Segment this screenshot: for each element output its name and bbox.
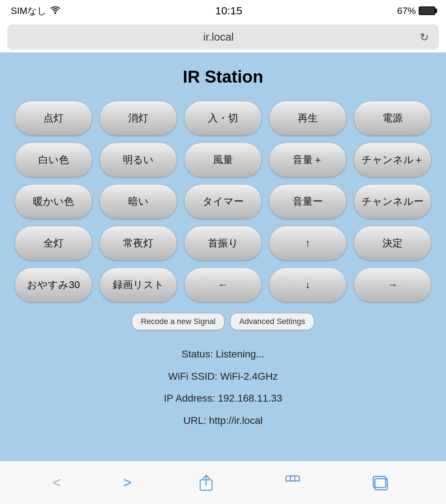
btn-channel-up[interactable]: チャンネル＋	[354, 143, 431, 177]
btn-jouya[interactable]: 常夜灯	[99, 226, 177, 260]
bottom-toolbar: < >	[0, 461, 446, 504]
btn-furyou[interactable]: 風量	[184, 143, 262, 177]
btn-up[interactable]: ↑	[269, 226, 347, 260]
url-info: URL: http://ir.local	[164, 410, 282, 432]
btn-atatakai[interactable]: 暖かい色	[15, 184, 92, 219]
btn-timer[interactable]: タイマー	[184, 184, 262, 219]
btn-shoutou[interactable]: 消灯	[99, 101, 177, 135]
btn-saisei[interactable]: 再生	[269, 101, 347, 135]
btn-shiroi[interactable]: 白い色	[15, 143, 92, 177]
address-bar[interactable]: ir.local ↻	[7, 24, 439, 50]
wifi-icon	[50, 5, 60, 17]
btn-left[interactable]: ←	[184, 268, 262, 302]
status-bar: SIMなし 10:15 67%	[0, 0, 446, 22]
carrier-label: SIMなし	[11, 5, 47, 17]
btn-zento[interactable]: 全灯	[15, 226, 92, 260]
status-left: SIMなし	[11, 5, 60, 17]
btn-tentou[interactable]: 点灯	[15, 101, 92, 135]
btn-down[interactable]: ↓	[269, 268, 347, 302]
btn-rokuga[interactable]: 録画リスト	[99, 268, 177, 302]
btn-kettei[interactable]: 決定	[354, 226, 431, 260]
btn-oyasumi[interactable]: おやすみ30	[15, 268, 92, 302]
svg-point-0	[55, 12, 56, 14]
tabs-button[interactable]	[368, 470, 393, 495]
btn-volume-up[interactable]: 音量＋	[269, 143, 347, 177]
page-title: IR Station	[183, 67, 263, 87]
bookmarks-button[interactable]	[281, 470, 306, 495]
battery-percent: 67%	[397, 5, 416, 17]
btn-volume-down[interactable]: 音量ー	[269, 184, 347, 219]
reload-icon[interactable]: ↻	[420, 31, 429, 43]
share-button[interactable]	[194, 470, 219, 495]
ir-button-grid: 点灯 消灯 入・切 再生 電源 白い色 明るい 風量 音量＋ チャンネル＋ 暖か…	[15, 101, 431, 302]
btn-irikiri[interactable]: 入・切	[184, 101, 262, 135]
btn-channel-down[interactable]: チャンネルー	[354, 184, 431, 219]
main-content: IR Station 点灯 消灯 入・切 再生 電源 白い色 明るい 風量 音量…	[0, 52, 446, 461]
advanced-settings-button[interactable]: Advanced Settings	[230, 313, 314, 330]
btn-kubifuri[interactable]: 首振り	[184, 226, 262, 260]
btn-right[interactable]: →	[354, 268, 431, 302]
wifi-ssid: WiFi SSID: WiFi-2.4GHz	[164, 365, 282, 388]
back-button[interactable]: <	[53, 475, 61, 491]
recode-signal-button[interactable]: Recode a new Signal	[132, 313, 224, 330]
action-buttons-row: Recode a new Signal Advanced Settings	[132, 313, 314, 330]
forward-button[interactable]: >	[123, 475, 131, 491]
status-info: Status: Listening... WiFi SSID: WiFi-2.4…	[164, 343, 282, 431]
status-right: 67%	[397, 5, 435, 17]
btn-dengen[interactable]: 電源	[354, 101, 431, 135]
status-listening: Status: Listening...	[164, 343, 282, 365]
btn-akarui[interactable]: 明るい	[99, 143, 177, 177]
battery-icon	[419, 6, 435, 15]
time-display: 10:15	[215, 5, 242, 17]
url-display[interactable]: ir.local	[17, 31, 420, 43]
ip-address: IP Address: 192.168.11.33	[164, 387, 282, 410]
btn-kurai[interactable]: 暗い	[99, 184, 177, 219]
